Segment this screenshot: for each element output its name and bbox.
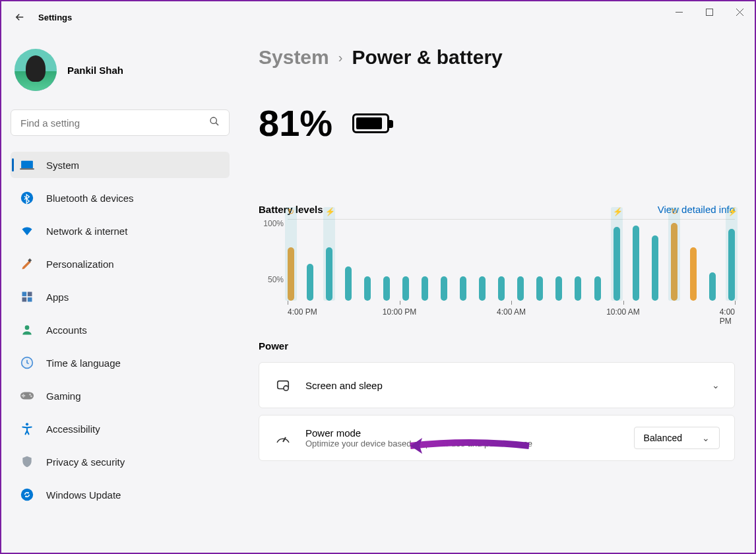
chart-bar[interactable] [307,264,313,301]
chart-bar[interactable] [402,276,409,301]
minimize-button[interactable] [664,1,694,22]
wifi-icon [20,224,34,238]
chevron-down-icon: ⌄ [712,380,720,390]
sidebar-item-windows-update[interactable]: Windows Update [11,481,230,508]
battery-status: 81% [259,102,735,144]
svg-rect-7 [28,292,32,297]
chart-bar[interactable] [460,276,466,301]
chart-bar[interactable] [345,266,352,301]
battery-icon [352,113,389,133]
close-button[interactable] [724,1,755,22]
page-title: Power & battery [352,46,502,69]
sidebar-item-network-internet[interactable]: Network & internet [11,218,230,244]
svg-point-16 [21,489,33,501]
svg-rect-0 [706,9,712,15]
sidebar-item-label: Bluetooth & devices [46,193,134,204]
power-section-title: Power [259,340,735,352]
bt-icon [20,191,34,205]
sidebar-item-label: Windows Update [46,489,121,501]
shield-icon [20,454,34,469]
main-content: System › Power & battery 81% Battery lev… [239,33,755,553]
game-icon [20,388,34,403]
svg-point-10 [25,325,30,330]
sidebar-item-bluetooth-devices[interactable]: Bluetooth & devices [11,185,230,211]
x-axis-label: 4:00 PM [288,307,317,317]
breadcrumb-parent[interactable]: System [259,46,329,69]
chart-bar[interactable] [690,247,697,301]
svg-rect-9 [28,297,32,302]
💻-icon [20,158,34,172]
chart-bar[interactable] [364,276,371,301]
sidebar-item-system[interactable]: System [11,152,230,178]
y-axis-labels: 100%50% [259,219,284,284]
sidebar-item-apps[interactable]: Apps [11,284,230,310]
brush-icon [20,257,34,271]
title-bar: Settings [1,1,755,33]
nav-list: SystemBluetooth & devicesNetwork & inter… [11,152,230,508]
sidebar-item-label: Personalization [46,259,114,270]
sidebar-item-label: Gaming [46,390,81,402]
sidebar-item-label: Network & internet [46,226,127,237]
power-mode-card[interactable]: Power mode Optimize your device based on… [259,415,735,461]
search-icon [209,116,220,129]
sidebar-item-accounts[interactable]: Accounts [11,317,230,343]
chart-bar[interactable] [709,272,716,301]
chart-bar[interactable] [422,276,428,301]
maximize-button[interactable] [694,1,724,22]
power-mode-sub: Optimize your device based on power use … [305,439,634,448]
profile[interactable]: Pankil Shah [15,49,230,91]
update-icon [20,487,34,502]
sidebar-item-time-language[interactable]: Time & language [11,350,230,376]
profile-name: Pankil Shah [67,65,123,76]
chart-bar[interactable] [555,276,562,301]
battery-percent: 81% [259,102,332,144]
screen-sleep-card[interactable]: Screen and sleep ⌄ [259,362,735,408]
sidebar-item-label: Time & language [46,357,121,369]
battery-chart[interactable]: 100%50% ↻⚡⚡↻⚡ 4:00 PM10:00 PM4:00 AM10:0… [288,219,735,318]
sidebar-item-label: Privacy & security [46,456,125,468]
power-mode-icon [274,431,292,445]
svg-point-4 [21,192,33,204]
sidebar-item-privacy-security[interactable]: Privacy & security [11,448,230,475]
sidebar-item-label: Accessibility [46,423,100,435]
chart-bar[interactable] [441,276,447,301]
access-icon [20,421,34,436]
x-axis-label: 4:00 AM [497,307,526,317]
sidebar-item-gaming[interactable]: Gaming [11,383,230,409]
sidebar-item-accessibility[interactable]: Accessibility [11,416,230,442]
svg-point-13 [29,394,31,396]
chart-bar[interactable] [517,276,524,301]
chart-bar[interactable] [479,276,486,301]
clock-icon [20,355,34,370]
chart-bar[interactable] [594,276,601,301]
chevron-right-icon: › [338,50,343,65]
search-input[interactable] [20,117,209,129]
svg-point-1 [210,117,216,123]
back-button[interactable] [9,7,30,28]
screen-icon [274,378,292,392]
sidebar-item-label: System [46,160,79,171]
avatar [15,49,57,91]
svg-rect-8 [22,297,27,302]
window-controls [664,1,755,22]
sidebar: Pankil Shah SystemBluetooth & devicesNet… [1,33,239,553]
chevron-down-icon: ⌄ [702,433,710,443]
power-mode-title: Power mode [305,427,634,439]
chart-bar[interactable] [536,276,543,301]
screen-sleep-title: Screen and sleep [305,380,712,391]
svg-rect-6 [22,292,27,297]
power-mode-select[interactable]: Balanced ⌄ [634,427,720,449]
apps-icon [20,290,34,304]
sidebar-item-label: Accounts [46,324,87,336]
search-box[interactable] [11,109,230,136]
chart-bar[interactable] [652,235,658,301]
person-icon [20,323,34,337]
chart-bar[interactable] [498,276,505,301]
svg-rect-3 [20,168,34,169]
window-title: Settings [38,13,72,22]
sidebar-item-personalization[interactable]: Personalization [11,251,230,277]
x-axis-label: 10:00 PM [383,307,416,317]
chart-bar[interactable] [633,226,639,301]
chart-bar[interactable] [575,276,581,301]
chart-bar[interactable] [383,276,390,301]
